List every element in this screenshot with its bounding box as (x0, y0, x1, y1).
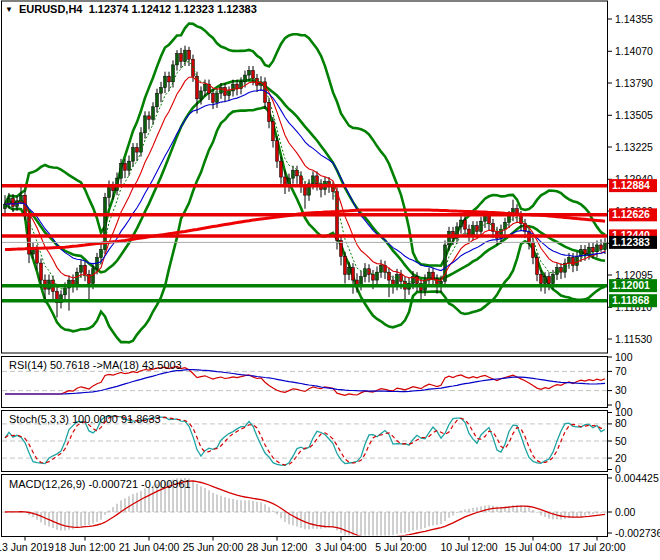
candle-bull (76, 272, 79, 286)
macd-axis-tick-label: -0.002736 (615, 527, 660, 539)
candle-bull (80, 265, 83, 272)
candle-bear (584, 250, 587, 255)
candle-bull (204, 84, 207, 91)
candle-bear (532, 243, 535, 258)
candle-bull (164, 76, 167, 87)
stoch-axis-tick-label: 100 (615, 406, 633, 418)
candle-bear (84, 265, 87, 274)
candle-bear (560, 268, 563, 273)
rsi-panel-label: RSI(14) 50.7618 ->MA(18) 43.5003 (9, 359, 182, 371)
candle-bull (152, 107, 155, 119)
candle-bear (188, 50, 191, 59)
candle-bear (124, 163, 127, 170)
candle-bear (352, 268, 355, 280)
price-tick-label: 1.13225 (615, 141, 653, 153)
candle-bull (132, 148, 135, 162)
time-tick-label: 18 Jun 12:00 (55, 541, 116, 553)
support-badge-label: 1.12001 (612, 279, 650, 291)
candle-bear (464, 220, 467, 229)
price-tick-label: 1.14355 (615, 13, 653, 25)
stoch-axis-tick-label: 20 (615, 452, 627, 464)
candle-bull (544, 277, 547, 284)
candle-bull (244, 75, 247, 82)
candle-bear (592, 247, 595, 252)
candle-bear (180, 54, 183, 62)
candle-bull (232, 84, 235, 91)
price-tick-label: 1.13790 (615, 77, 653, 89)
time-tick-label: 5 Jul 20:00 (375, 541, 427, 553)
resistance-badge-label: 1.12884 (612, 179, 650, 191)
candle-bull (156, 93, 159, 107)
candle-bear (12, 199, 15, 207)
candle-bear (252, 71, 255, 79)
price-tick-label: 1.14070 (615, 45, 653, 57)
chart-title-ohlc: 1.12374 1.12412 1.12323 1.12383 (89, 3, 257, 15)
candle-bear (316, 176, 319, 184)
candle-bear (488, 216, 491, 224)
candle-bear (548, 277, 551, 284)
candle-bear (168, 76, 171, 82)
candle-bear (372, 274, 375, 280)
rsi-axis-tick-label: 100 (615, 351, 633, 363)
candle-bear (296, 170, 299, 176)
time-tick-label: 3 Jul 04:00 (315, 541, 367, 553)
candle-bull (460, 220, 463, 227)
candle-bear (36, 250, 39, 264)
candle-bear (136, 148, 139, 153)
chart-canvas[interactable]: 1.143551.140701.137901.135051.132251.129… (0, 0, 660, 560)
candle-bull (144, 116, 147, 133)
candle-bear (40, 263, 43, 280)
stoch-axis-tick-label: 80 (615, 417, 627, 429)
chart-title: ▼EURUSD,H4 1.12374 1.12412 1.12323 1.123… (5, 3, 257, 15)
time-tick-label: 17 Jul 20:00 (568, 541, 625, 553)
candle-bull (92, 269, 95, 284)
support-badge-label: 1.11868 (612, 294, 650, 306)
time-tick-label: 15 Jul 04:00 (504, 541, 561, 553)
price-tick-label: 1.11530 (615, 333, 652, 345)
candle-bull (160, 88, 163, 94)
candle-bull (292, 170, 295, 178)
symbol-dropdown-icon[interactable]: ▼ (5, 5, 13, 14)
candle-bull (348, 268, 351, 275)
candle-bull (480, 221, 483, 231)
macd-axis-tick-label: 0.00 (615, 506, 636, 518)
rsi-axis-tick-label: 30 (615, 384, 627, 396)
candle-bear (280, 161, 283, 177)
time-tick-label: 21 Jun 04:00 (119, 541, 180, 553)
candle-bull (472, 226, 475, 235)
candle-bear (432, 272, 435, 279)
candle-bull (184, 50, 187, 61)
time-tick-label: 10 Jul 12:00 (440, 541, 497, 553)
candle-bull (4, 204, 7, 209)
candle-bull (568, 257, 571, 263)
resistance-badge-label: 1.12626 (612, 208, 650, 220)
stoch-panel-label: Stoch(5,3,3) 100.0000 91.8633 (9, 413, 161, 425)
candle-bear (268, 102, 271, 121)
candle-bear (212, 93, 215, 102)
candle-bear (304, 186, 307, 195)
rsi-axis-tick-label: 70 (615, 365, 627, 377)
candle-bear (272, 122, 275, 141)
price-tick-label: 1.13505 (615, 109, 653, 121)
time-tick-label: 25 Jun 20:00 (183, 541, 244, 553)
stoch-axis-tick-label: 50 (615, 435, 627, 447)
macd-axis-tick-label: 0.004425 (615, 472, 659, 484)
candle-bear (536, 257, 539, 274)
candle-bull (128, 161, 131, 170)
candle-bear (572, 257, 575, 265)
candle-bear (540, 274, 543, 283)
time-tick-label: 13 Jun 2019 (0, 541, 54, 553)
chart-window: 1.143551.140701.137901.135051.132251.129… (0, 0, 660, 560)
candle-bull (216, 93, 219, 102)
candle-bull (376, 272, 379, 280)
candle-bear (276, 141, 279, 161)
candle-bull (108, 186, 111, 197)
candle-bull (200, 91, 203, 99)
candle-bear (344, 256, 347, 274)
current-price-badge-label: 1.12383 (612, 236, 650, 248)
candle-bull (552, 274, 555, 283)
time-tick-label: 28 Jun 12:00 (247, 541, 308, 553)
candle-bull (176, 54, 179, 65)
chart-title-symbol: EURUSD,H4 (19, 3, 83, 15)
candle-bull (248, 71, 251, 76)
